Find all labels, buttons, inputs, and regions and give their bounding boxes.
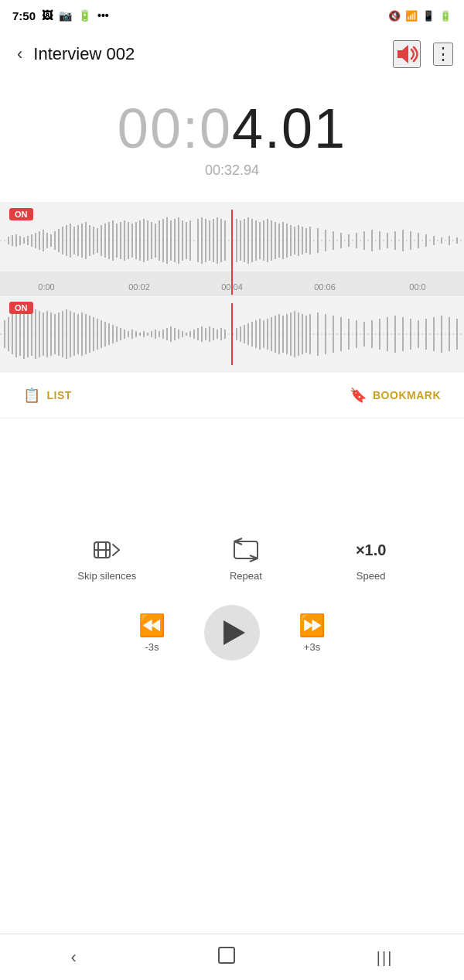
svg-rect-54 — [213, 219, 214, 262]
tl-4: 00:0 — [371, 282, 464, 292]
svg-rect-90 — [410, 231, 411, 250]
svg-rect-7 — [27, 236, 29, 245]
svg-rect-126 — [112, 325, 114, 343]
svg-rect-174 — [305, 316, 307, 353]
status-time: 7:50 🖼 📷 🔋 ••• — [12, 9, 109, 22]
repeat-control[interactable]: Repeat — [230, 534, 262, 582]
svg-rect-8 — [31, 234, 32, 247]
svg-rect-86 — [379, 231, 380, 250]
track-2: ON — [0, 295, 464, 373]
rewind-icon: ⏪ — [138, 613, 165, 638]
svg-rect-81 — [340, 233, 342, 248]
waveform-area: ON — [0, 202, 464, 373]
svg-rect-32 — [124, 220, 125, 261]
home-icon — [218, 947, 235, 964]
wifi-icon: 📶 — [405, 10, 418, 22]
svg-rect-65 — [263, 220, 264, 261]
back-button[interactable]: ‹ — [11, 38, 29, 70]
svg-rect-181 — [356, 320, 357, 348]
svg-rect-159 — [247, 323, 249, 345]
svg-rect-143 — [178, 330, 179, 339]
play-button[interactable] — [204, 605, 260, 661]
svg-rect-26 — [101, 225, 102, 256]
play-icon — [223, 620, 245, 645]
svg-rect-186 — [394, 316, 396, 353]
svg-rect-89 — [402, 230, 404, 251]
svg-rect-34 — [131, 224, 133, 258]
controls-area: Skip silences Repeat ×1.0 Speed ⏪ — [0, 511, 464, 684]
svg-rect-183 — [371, 320, 373, 348]
svg-rect-163 — [263, 320, 264, 348]
svg-rect-100 — [12, 314, 13, 354]
speed-control[interactable]: ×1.0 Speed — [356, 534, 387, 582]
svg-rect-95 — [449, 236, 450, 245]
svg-rect-31 — [120, 222, 121, 259]
svg-rect-171 — [294, 311, 295, 357]
svg-rect-91 — [418, 233, 419, 248]
svg-rect-56 — [220, 219, 222, 262]
svg-rect-148 — [197, 328, 199, 340]
bookmark-icon: 🔖 — [350, 387, 367, 404]
svg-rect-164 — [267, 319, 268, 350]
svg-rect-62 — [251, 219, 253, 262]
list-button[interactable]: 📋 LIST — [23, 387, 72, 404]
nav-home-button[interactable] — [203, 941, 251, 975]
svg-rect-138 — [159, 331, 160, 337]
svg-rect-178 — [333, 316, 334, 353]
volume-button[interactable] — [393, 40, 421, 68]
svg-rect-88 — [394, 231, 396, 250]
svg-rect-29 — [112, 220, 114, 261]
svg-rect-25 — [97, 228, 98, 253]
svg-rect-137 — [155, 330, 156, 339]
svg-rect-14 — [54, 231, 56, 250]
forward-button[interactable]: ⏩ +3s — [299, 613, 326, 653]
more-options-button[interactable]: ⋮ — [433, 43, 453, 66]
svg-rect-129 — [124, 330, 125, 339]
battery-status-icon: 🔋 — [439, 10, 452, 22]
top-bar: ‹ Interview 002 ⋮ — [0, 31, 464, 77]
svg-rect-52 — [205, 219, 206, 262]
skip-silences-control[interactable]: Skip silences — [77, 534, 136, 582]
svg-rect-18 — [70, 224, 71, 258]
svg-rect-21 — [81, 224, 83, 258]
svg-rect-73 — [294, 227, 295, 254]
track-1: ON — [0, 202, 464, 271]
svg-rect-78 — [317, 228, 319, 253]
nav-back-button[interactable]: ‹ — [56, 941, 92, 974]
svg-rect-75 — [302, 227, 303, 254]
svg-rect-201 — [234, 541, 258, 558]
svg-rect-92 — [425, 234, 427, 247]
more-dots-icon: ••• — [97, 9, 109, 22]
svg-rect-109 — [46, 311, 48, 357]
svg-rect-3 — [12, 235, 13, 246]
svg-rect-61 — [247, 217, 249, 264]
svg-rect-53 — [209, 220, 210, 261]
bookmark-button[interactable]: 🔖 BOOKMARK — [350, 387, 442, 404]
svg-rect-160 — [251, 322, 253, 347]
svg-rect-42 — [162, 219, 164, 262]
svg-rect-185 — [387, 317, 388, 351]
nav-recent-button[interactable]: ||| — [361, 941, 409, 974]
svg-rect-45 — [174, 219, 176, 262]
svg-line-199 — [113, 545, 119, 550]
svg-rect-169 — [286, 314, 288, 354]
controls-row1: Skip silences Repeat ×1.0 Speed — [0, 527, 464, 589]
svg-rect-170 — [290, 312, 292, 356]
svg-rect-11 — [43, 230, 44, 251]
svg-rect-15 — [58, 229, 60, 252]
svg-rect-166 — [275, 316, 276, 353]
svg-rect-98 — [4, 320, 5, 348]
forward-icon: ⏩ — [299, 613, 326, 638]
svg-rect-149 — [201, 326, 203, 342]
svg-rect-82 — [348, 234, 350, 247]
svg-rect-30 — [116, 224, 118, 258]
rewind-button[interactable]: ⏪ -3s — [138, 613, 165, 653]
tl-3: 00:06 — [278, 282, 371, 292]
svg-rect-104 — [27, 311, 29, 357]
svg-rect-116 — [73, 312, 75, 356]
svg-rect-133 — [139, 333, 141, 336]
svg-rect-59 — [240, 220, 241, 261]
speed-value-display: ×1.0 — [356, 534, 387, 565]
svg-rect-69 — [278, 224, 280, 258]
svg-rect-156 — [236, 328, 237, 340]
